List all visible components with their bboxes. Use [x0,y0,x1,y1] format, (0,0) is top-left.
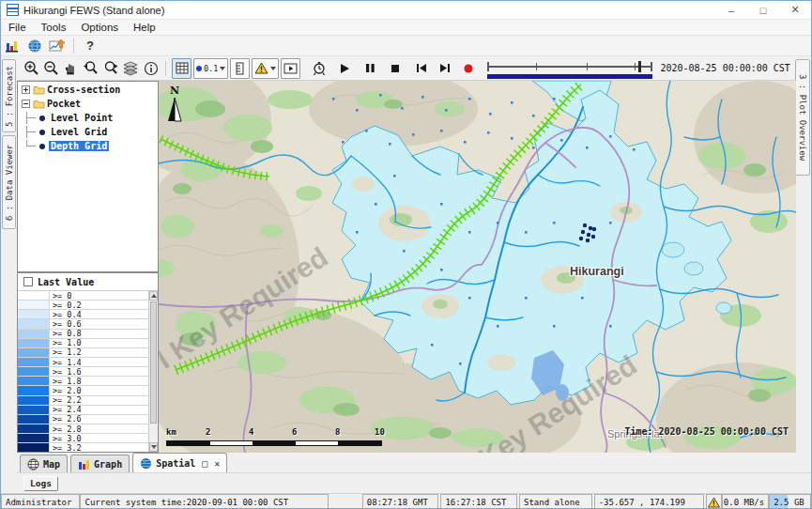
zoom-previous-button[interactable] [81,58,100,79]
profile-button[interactable] [230,58,250,79]
legend-row[interactable]: >= 1.8 [18,377,148,386]
menu-tools[interactable]: Tools [34,22,74,33]
time-slider-tick [635,63,636,70]
skip-end-icon [439,63,451,73]
expand-plus-icon[interactable] [22,85,30,94]
legend-row[interactable]: >= 2.0 [18,386,148,395]
animation-settings-button[interactable] [309,58,329,79]
map-display-button[interactable] [23,37,46,55]
legend-row[interactable]: >= 0.2 [18,301,148,310]
legend-row-label: >= 1.0 [50,339,148,347]
legend-row[interactable]: >= 1.4 [18,358,148,367]
info-button[interactable] [141,58,161,79]
legend-color-swatch [18,386,50,394]
status-warning[interactable] [706,494,722,509]
skip-to-start-button[interactable] [411,58,431,79]
legend-row-label: >= 0.4 [50,310,148,318]
tab-plot-overview[interactable]: 3 : Plot Overview [795,59,810,176]
last-value-checkbox[interactable] [23,277,33,286]
time-slider-cap [487,62,489,71]
legend-color-swatch [18,358,50,366]
legend-row[interactable]: >= 1.0 [18,339,148,348]
legend-row[interactable]: >= 0.8 [18,330,148,339]
current-map-datetime: 2020-08-25 00:00:00 CST [660,63,789,73]
animation-button[interactable] [281,58,300,79]
time-slider[interactable] [485,57,654,80]
tab-forecast[interactable]: 5 : Forecast [2,59,16,132]
play-button[interactable] [334,58,354,79]
collapse-minus-icon[interactable] [22,100,30,108]
legend-title: Last Value [38,277,94,287]
thresholds-warning-dropdown[interactable] [252,58,279,79]
menu-options[interactable]: Options [73,22,126,33]
map-time-label: Time: 2020-08-25 00:00:00 CST [624,426,789,437]
legend-row[interactable]: >= 2.6 [18,415,148,424]
time-span-bar [487,74,652,79]
help-button[interactable]: ? [79,37,101,55]
pause-button[interactable] [360,58,380,79]
zoom-in-button[interactable] [22,58,41,79]
legend-row[interactable]: >= 2.2 [18,396,148,406]
record-button[interactable] [458,58,478,79]
menu-file[interactable]: File [1,22,34,33]
scroll-down-button[interactable] [149,442,158,452]
legend-row[interactable]: >= 2.4 [18,406,148,415]
data-display-button[interactable] [1,37,23,55]
arrow-up-icon [151,294,157,298]
legend-row[interactable]: >= 3.0 [18,434,148,443]
data-viewer-panel: Cross-section Pocket Level Point Level G… [17,81,159,453]
legend-panel: Last Value >= 0 >= 0.2 >= 0.4 >= 0.6 >= … [17,272,159,453]
close-button[interactable]: ✕ [779,1,811,19]
tree-connector [26,112,38,124]
tab-spatial[interactable]: Spatial □ ✕ [132,453,227,472]
tree-item-level-point[interactable]: Level Point [18,112,158,124]
tab-maximize-button[interactable]: □ [202,458,207,469]
minimize-button[interactable]: – [715,1,747,19]
help-icon: ? [86,39,94,53]
legend-color-swatch [18,377,50,385]
tab-graph[interactable]: Graph [70,455,130,472]
scrollbar-thumb[interactable] [150,301,157,424]
skip-to-end-button[interactable] [435,58,454,79]
tree-item-depth-grid[interactable]: Depth Grid [18,140,158,152]
legend-row-label: >= 2.2 [50,396,148,405]
tab-data-viewer[interactable]: 6 : Data Viewer [2,135,16,229]
logs-button[interactable]: Logs [23,476,58,491]
threshold-dropdown[interactable]: 0.1 [193,58,228,79]
layers-button[interactable] [121,58,141,79]
maximize-button[interactable]: □ [747,1,779,19]
tree-item-level-grid[interactable]: Level Grid [18,126,158,138]
zoom-out-button[interactable] [41,58,61,79]
tree-item-cross-section[interactable]: Cross-section [18,84,158,96]
legend-row-label: >= 2.8 [50,424,148,433]
legend-row[interactable]: >= 0 [18,291,148,301]
legend-row-label: >= 0.6 [50,319,148,328]
pan-button[interactable] [61,58,81,79]
legend-row[interactable]: >= 2.8 [18,424,148,434]
pan-hand-icon [64,61,79,76]
scale-bar-segments [166,440,382,446]
scroll-up-button[interactable] [149,291,158,301]
grid-display-button[interactable] [172,58,192,79]
legend-row[interactable]: >= 1.2 [18,348,148,358]
tab-close-button[interactable]: ✕ [214,458,220,469]
window-controls: – □ ✕ [715,1,811,19]
map-canvas[interactable]: N API Key Required API Key Required Hiku… [159,81,796,453]
tab-map[interactable]: Map [20,455,68,472]
scrollbar-track [149,424,158,442]
legend-scrollbar[interactable] [148,291,158,452]
legend-color-swatch [18,367,50,376]
legend-row[interactable]: >= 3.2 [18,443,148,452]
tree-item-pocket[interactable]: Pocket [18,98,158,110]
legend-row[interactable]: >= 0.6 [18,319,148,329]
time-slider-handle[interactable] [638,61,641,72]
legend-row[interactable]: >= 0.4 [18,310,148,319]
menu-help[interactable]: Help [126,22,163,33]
tree-connector [26,140,38,147]
legend-row[interactable]: >= 1.6 [18,367,148,377]
time-slider-cap [651,62,652,71]
stop-button[interactable] [386,58,406,79]
zoom-next-button[interactable] [101,58,121,79]
spatial-display-button[interactable] [46,37,69,55]
toolbar-separator [165,61,166,76]
